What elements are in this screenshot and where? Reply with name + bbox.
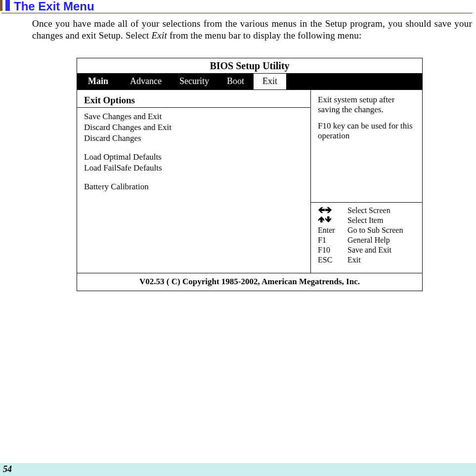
nav-row-select-screen: 🡸🡺 Select Screen: [318, 206, 417, 216]
option-gap-1: [84, 144, 303, 152]
accent-bar-blue: [5, 0, 10, 11]
help-text-2: F10 key can be used for this operation: [318, 121, 417, 141]
bios-right-pane: Exit system setup after saving the chang…: [311, 90, 422, 273]
tab-spacer: [287, 74, 422, 89]
nav-key-f1: F1: [318, 235, 341, 245]
tab-main[interactable]: Main: [77, 74, 121, 89]
nav-label-save-exit: Save and Exit: [347, 245, 391, 255]
intro-suffix: from the menu bar to display the followi…: [167, 30, 361, 41]
nav-key-f10: F10: [318, 245, 341, 255]
nav-label-select-screen: Select Screen: [347, 206, 390, 216]
exit-options-heading: Exit Options: [84, 95, 303, 106]
page-title: The Exit Menu: [14, 0, 94, 13]
bios-body: Exit Options Save Changes and Exit Disca…: [77, 90, 422, 273]
nav-label-exit: Exit: [347, 255, 361, 265]
option-load-optimal[interactable]: Load Optimal Defaults: [84, 152, 303, 162]
intro-paragraph: Once you have made all of your selection…: [32, 18, 472, 42]
side-accent-bars: [0, 0, 13, 11]
nav-key-leftright-icon: 🡸🡺: [318, 206, 341, 216]
intro-italic: Exit: [152, 30, 167, 41]
title-underline: [1, 13, 473, 13]
nav-row-select-item: 🡹🡻 Select Item: [318, 216, 417, 225]
nav-row-esc: ESC Exit: [318, 255, 417, 265]
nav-row-enter: Enter Go to Sub Screen: [318, 225, 417, 235]
option-save-exit[interactable]: Save Changes and Exit: [84, 112, 303, 122]
bios-footer: V02.53 ( C) Copyright 1985-2002, America…: [77, 273, 422, 291]
accent-bar-brown: [0, 0, 2, 11]
help-text-1: Exit system setup after saving the chang…: [318, 95, 417, 115]
bios-screenshot: BIOS Setup Utility Main Advance Security…: [77, 58, 423, 291]
nav-key-enter: Enter: [318, 225, 341, 235]
page-footer-bar: 54: [0, 463, 476, 476]
tab-exit[interactable]: Exit: [253, 74, 287, 89]
bios-title: BIOS Setup Utility: [77, 58, 422, 74]
exit-options-underline: [77, 107, 310, 108]
page-number: 54: [3, 464, 12, 475]
tab-advance[interactable]: Advance: [121, 74, 171, 89]
tab-security[interactable]: Security: [171, 74, 218, 89]
option-load-failsafe[interactable]: Load FailSafe Defaults: [84, 163, 303, 173]
bios-left-pane: Exit Options Save Changes and Exit Disca…: [77, 90, 311, 273]
nav-keys-block: 🡸🡺 Select Screen 🡹🡻 Select Item Enter Go…: [311, 202, 422, 268]
nav-key-updown-icon: 🡹🡻: [318, 216, 341, 225]
option-discard[interactable]: Discard Changes: [84, 133, 303, 143]
nav-key-esc: ESC: [318, 255, 341, 265]
nav-label-sub-screen: Go to Sub Screen: [347, 225, 403, 235]
nav-label-select-item: Select Item: [347, 216, 383, 225]
option-discard-exit[interactable]: Discard Changes and Exit: [84, 123, 303, 132]
option-gap-2: [84, 174, 303, 182]
tab-boot[interactable]: Boot: [218, 74, 253, 89]
option-battery-cal[interactable]: Battery Calibration: [84, 182, 303, 192]
nav-row-f10: F10 Save and Exit: [318, 245, 417, 255]
nav-row-f1: F1 General Help: [318, 235, 417, 245]
bios-tab-bar: Main Advance Security Boot Exit: [77, 74, 422, 90]
nav-label-help: General Help: [347, 235, 390, 245]
